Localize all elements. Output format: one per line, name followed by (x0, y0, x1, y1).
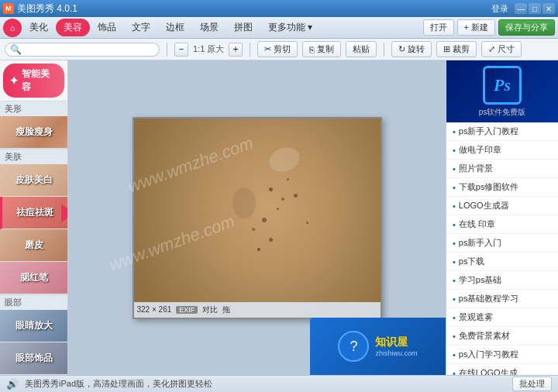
blemish-label: 祛痘祛斑 (2, 197, 67, 229)
cut-icon: ✂ (264, 44, 271, 54)
right-link[interactable]: ps新手入门教程 (446, 122, 558, 141)
tab-accessories[interactable]: 饰品 (90, 19, 124, 36)
knowledge-widget[interactable]: ? 知识屋 zhishiwu.com (310, 318, 446, 375)
app-title: 美图秀秀 4.0.1 (17, 2, 78, 15)
knowledge-name-stack: 知识屋 zhishiwu.com (375, 335, 417, 357)
separator-1 (167, 43, 167, 57)
tab-home[interactable]: ⌂ (3, 19, 22, 37)
copy-button[interactable]: ⎘ 复制 (302, 41, 341, 57)
right-link[interactable]: 做电子印章 (446, 141, 558, 160)
menu-bar: ⌂ 美化 美容 饰品 文字 边框 场景 拼图 更多功能 ▾ 打开 + 新建 保存… (0, 17, 558, 39)
right-link[interactable]: ps新手入门 (446, 234, 558, 253)
resize-button[interactable]: ⤢ 尺寸 (481, 41, 522, 57)
section-label-eye: 眼部 (0, 294, 67, 310)
rotate-icon: ↻ (398, 44, 405, 54)
close-button[interactable]: ✕ (542, 3, 555, 14)
tab-collage[interactable]: 拼图 (226, 19, 260, 36)
section-label-shape: 美形 (0, 101, 67, 116)
open-button[interactable]: 打开 (423, 19, 454, 36)
cut-button[interactable]: ✂ 剪切 (257, 41, 298, 57)
app-icon: M (3, 3, 14, 14)
paste-button[interactable]: 粘贴 (346, 41, 377, 57)
sidebar-item-eyedeco[interactable]: 眼部饰品 (0, 342, 67, 375)
batch-button[interactable]: 批处理 (512, 377, 552, 391)
right-link[interactable]: 免费背景素材 (446, 327, 558, 346)
search-input[interactable] (22, 45, 154, 54)
smart-icon: ✦ (9, 74, 19, 87)
right-link[interactable]: 在线 印章 (446, 215, 558, 234)
toolbar-actions-right: 打开 + 新建 保存与分享 (423, 19, 555, 36)
eyebig-label: 眼睛放大 (0, 310, 67, 342)
crop-button[interactable]: ⊞ 裁剪 (436, 41, 477, 57)
crop-icon: ⊞ (443, 44, 450, 54)
search-icon: 🔍 (10, 44, 22, 55)
save-button[interactable]: 保存与分享 (498, 19, 555, 36)
status-bar: 🔊 美图秀秀iPad版，高清处理画面，美化拼图更轻松 批处理 (0, 375, 558, 392)
title-bar-right: 登录 — □ ✕ (491, 3, 555, 15)
knowledge-icon: ? (338, 331, 369, 362)
right-links-container: ps新手入门教程做电子印章照片背景下载ps修图软件LOGO生成器在线 印章ps新… (446, 122, 558, 375)
zoom-out-button[interactable]: － (174, 43, 188, 57)
blush-label: 腮红笔 (0, 262, 67, 294)
tab-border[interactable]: 边框 (158, 19, 192, 36)
eyedeco-label: 眼部饰品 (0, 342, 67, 374)
right-link[interactable]: ps入门学习教程 (446, 346, 558, 364)
ps-title: ps软件免费版 (479, 107, 526, 118)
search-bar[interactable]: 🔍 (5, 43, 160, 57)
right-link[interactable]: 下载ps修图软件 (446, 178, 558, 197)
tab-beautify[interactable]: 美化 (22, 19, 56, 36)
tab-scene[interactable]: 场景 (192, 19, 226, 36)
exif-tag: EXIF (176, 306, 198, 314)
main-area: ✦ 智能美容 美形 瘦脸瘦身 美肤 皮肤美白 祛痘祛斑 磨皮 腮红笔 眼部 (0, 60, 558, 375)
window-controls: — □ ✕ (515, 3, 555, 14)
smart-beauty-button[interactable]: ✦ 智能美容 (3, 64, 64, 98)
minimize-button[interactable]: — (515, 3, 527, 14)
sidebar-item-smooth[interactable]: 磨皮 (0, 229, 67, 262)
knowledge-domain: zhishiwu.com (375, 349, 417, 357)
title-bar-left: M 美图秀秀 4.0.1 (3, 2, 78, 15)
zoom-label: 1:1 原大 (193, 43, 224, 55)
tab-beauty[interactable]: 美容 (56, 19, 90, 36)
smart-beauty-label: 智能美容 (22, 67, 58, 94)
maximize-button[interactable]: □ (529, 3, 541, 14)
sidebar-item-eyebig[interactable]: 眼睛放大 (0, 310, 67, 342)
ps-logo: Ps (483, 66, 522, 105)
sidebar-item-blush[interactable]: 腮红笔 (0, 262, 67, 294)
compare-label: 对比 (202, 304, 218, 315)
resize-icon: ⤢ (488, 44, 495, 54)
title-bar: M 美图秀秀 4.0.1 登录 — □ ✕ (0, 0, 558, 17)
secondary-toolbar: 🔍 － 1:1 原大 ＋ ✂ 剪切 ⎘ 复制 粘贴 ↻ 旋转 ⊞ 裁剪 ⤢ 尺寸 (0, 39, 558, 60)
right-link[interactable]: 在线LOGO生成 (446, 364, 558, 375)
knowledge-layout: ? 知识屋 zhishiwu.com (338, 331, 417, 362)
separator-2 (250, 43, 250, 57)
canvas-area: www.wmzhe.com www.wmzhe.com (68, 60, 446, 375)
right-link[interactable]: 景观遮雾 (446, 308, 558, 327)
knowledge-name: 知识屋 (375, 335, 417, 349)
new-button[interactable]: + 新建 (457, 19, 495, 36)
slimface-label: 瘦脸瘦身 (0, 116, 67, 148)
right-link[interactable]: ps下载 (446, 253, 558, 271)
skinwhite-label: 皮肤美白 (0, 164, 67, 196)
tab-more[interactable]: 更多功能 ▾ (260, 19, 320, 36)
login-button[interactable]: 登录 (491, 3, 508, 15)
sidebar-item-skinwhite[interactable]: 皮肤美白 (0, 164, 67, 197)
right-panel: Ps ps软件免费版 ps新手入门教程做电子印章照片背景下载ps修图软件LOGO… (446, 60, 558, 375)
separator-3 (384, 43, 384, 57)
tab-text[interactable]: 文字 (124, 19, 158, 36)
right-link[interactable]: LOGO生成器 (446, 197, 558, 215)
sidebar-item-slimface[interactable]: 瘦脸瘦身 (0, 116, 67, 149)
zoom-in-button[interactable]: ＋ (229, 43, 243, 57)
rotate-button[interactable]: ↻ 旋转 (391, 41, 432, 57)
right-link[interactable]: ps基础教程学习 (446, 290, 558, 308)
right-link[interactable]: 照片背景 (446, 160, 558, 178)
drag-label: 拖 (222, 304, 230, 315)
copy-icon: ⎘ (309, 45, 315, 54)
sidebar-item-blemish[interactable]: 祛痘祛斑 (0, 197, 67, 229)
right-link[interactable]: 学习ps基础 (446, 271, 558, 290)
ps-banner[interactable]: Ps ps软件免费版 (446, 60, 558, 122)
speaker-icon: 🔊 (6, 378, 19, 390)
sidebar: ✦ 智能美容 美形 瘦脸瘦身 美肤 皮肤美白 祛痘祛斑 磨皮 腮红笔 眼部 (0, 60, 68, 375)
image-info-bar: 322 × 261 EXIF 对比 拖 (134, 302, 381, 318)
image-dimensions: 322 × 261 (137, 305, 172, 314)
section-label-skin: 美肤 (0, 149, 67, 164)
